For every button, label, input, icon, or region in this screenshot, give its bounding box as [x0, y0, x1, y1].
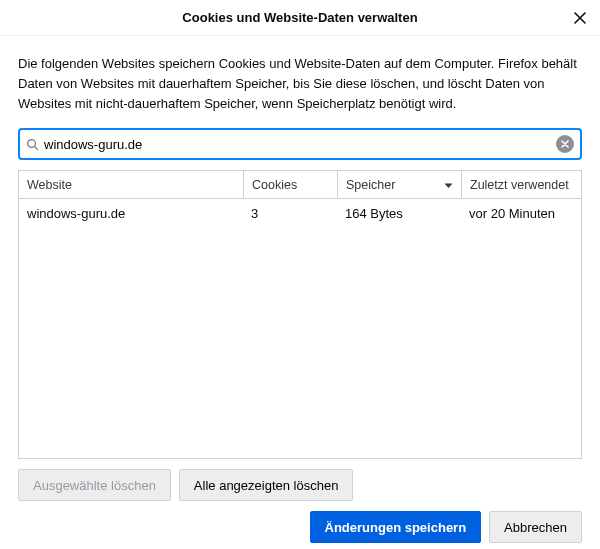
clear-search-button[interactable]	[556, 135, 574, 153]
sites-table: Website Cookies Speicher Zuletzt verwend…	[18, 170, 582, 459]
save-changes-button[interactable]: Änderungen speichern	[310, 511, 482, 543]
cancel-button[interactable]: Abbrechen	[489, 511, 582, 543]
x-icon	[561, 140, 569, 148]
cell-website: windows-guru.de	[19, 206, 243, 221]
col-website-label: Website	[27, 178, 72, 192]
manage-cookies-dialog: Cookies und Website-Daten verwalten Die …	[0, 0, 600, 549]
cell-storage: 164 Bytes	[337, 206, 461, 221]
search-icon	[20, 138, 44, 151]
table-header-row: Website Cookies Speicher Zuletzt verwend…	[19, 171, 581, 199]
table-row[interactable]: windows-guru.de 3 164 Bytes vor 20 Minut…	[19, 199, 581, 227]
col-storage-label: Speicher	[346, 178, 395, 192]
sort-descending-icon	[444, 178, 453, 192]
remove-all-shown-button[interactable]: Alle angezeigten löschen	[179, 469, 354, 501]
col-website[interactable]: Website	[19, 171, 243, 198]
dialog-action-buttons: Änderungen speichern Abbrechen	[18, 511, 582, 543]
col-cookies[interactable]: Cookies	[243, 171, 337, 198]
svg-line-1	[34, 146, 37, 149]
col-storage[interactable]: Speicher	[337, 171, 461, 198]
close-button[interactable]	[570, 8, 590, 28]
dialog-title: Cookies und Website-Daten verwalten	[182, 10, 417, 25]
titlebar: Cookies und Website-Daten verwalten	[0, 0, 600, 36]
cell-cookies: 3	[243, 206, 337, 221]
col-last-used-label: Zuletzt verwendet	[470, 178, 569, 192]
search-input[interactable]	[44, 130, 580, 158]
row-action-buttons: Ausgewählte löschen Alle angezeigten lös…	[18, 469, 582, 501]
description-text: Die folgenden Websites speichern Cookies…	[18, 54, 582, 114]
cell-last-used: vor 20 Minuten	[461, 206, 581, 221]
col-cookies-label: Cookies	[252, 178, 297, 192]
close-icon	[573, 11, 587, 25]
remove-selected-button[interactable]: Ausgewählte löschen	[18, 469, 171, 501]
search-field[interactable]	[18, 128, 582, 160]
table-body: windows-guru.de 3 164 Bytes vor 20 Minut…	[19, 199, 581, 458]
col-last-used[interactable]: Zuletzt verwendet	[461, 171, 581, 198]
